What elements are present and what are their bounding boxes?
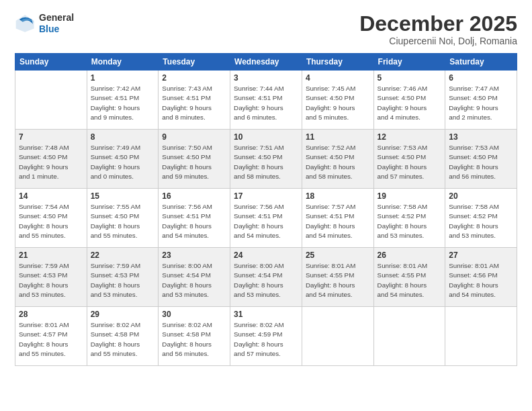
calendar-page: General Blue December 2025 Ciupercenii N… (0, 0, 532, 411)
day-info: Sunrise: 8:01 AMSunset: 4:55 PMDaylight:… (306, 261, 370, 300)
day-info: Sunrise: 8:01 AMSunset: 4:57 PMDaylight:… (19, 320, 83, 359)
logo: General Blue (15, 12, 74, 35)
location-subtitle: Ciupercenii Noi, Dolj, Romania (359, 36, 517, 46)
day-info: Sunrise: 7:57 AMSunset: 4:51 PMDaylight:… (306, 202, 370, 240)
day-info: Sunrise: 7:44 AMSunset: 4:51 PMDaylight:… (234, 84, 298, 122)
day-number: 1 (91, 73, 155, 83)
calendar-cell: 29Sunrise: 8:02 AMSunset: 4:58 PMDayligh… (87, 307, 159, 366)
day-info: Sunrise: 8:00 AMSunset: 4:54 PMDaylight:… (162, 261, 226, 300)
day-info: Sunrise: 7:58 AMSunset: 4:52 PMDaylight:… (378, 202, 442, 240)
day-number: 10 (234, 132, 298, 142)
week-row-5: 28Sunrise: 8:01 AMSunset: 4:57 PMDayligh… (15, 307, 517, 366)
day-number: 17 (234, 191, 298, 201)
day-number: 6 (449, 73, 513, 83)
day-number: 31 (234, 310, 298, 319)
calendar-cell: 7Sunrise: 7:48 AMSunset: 4:50 PMDaylight… (15, 130, 87, 189)
day-info: Sunrise: 7:52 AMSunset: 4:50 PMDaylight:… (306, 143, 370, 181)
day-number: 16 (162, 191, 226, 201)
day-number: 19 (378, 191, 442, 201)
weekday-header-row: SundayMondayTuesdayWednesdayThursdayFrid… (15, 54, 517, 71)
weekday-header-tuesday: Tuesday (159, 54, 230, 71)
day-number: 21 (19, 250, 83, 260)
calendar-cell: 12Sunrise: 7:53 AMSunset: 4:50 PMDayligh… (373, 130, 445, 189)
logo-icon (15, 13, 36, 34)
calendar-cell (445, 307, 517, 366)
day-number: 24 (234, 250, 298, 260)
day-number: 20 (449, 191, 513, 201)
calendar-cell: 21Sunrise: 7:59 AMSunset: 4:53 PMDayligh… (15, 248, 87, 307)
day-info: Sunrise: 7:42 AMSunset: 4:51 PMDaylight:… (91, 84, 155, 122)
weekday-header-sunday: Sunday (15, 54, 87, 71)
day-number: 22 (91, 250, 155, 260)
calendar-cell: 13Sunrise: 7:53 AMSunset: 4:50 PMDayligh… (445, 130, 517, 189)
header: General Blue December 2025 Ciupercenii N… (15, 12, 517, 46)
calendar-cell: 17Sunrise: 7:56 AMSunset: 4:51 PMDayligh… (230, 189, 302, 248)
day-number: 29 (91, 310, 155, 319)
day-info: Sunrise: 8:02 AMSunset: 4:58 PMDaylight:… (162, 320, 226, 359)
calendar-cell: 2Sunrise: 7:43 AMSunset: 4:51 PMDaylight… (159, 71, 230, 130)
day-info: Sunrise: 7:50 AMSunset: 4:50 PMDaylight:… (162, 143, 226, 181)
day-info: Sunrise: 7:45 AMSunset: 4:50 PMDaylight:… (306, 84, 370, 122)
day-info: Sunrise: 7:54 AMSunset: 4:50 PMDaylight:… (19, 202, 83, 240)
day-number: 28 (19, 310, 83, 319)
calendar-cell: 26Sunrise: 8:01 AMSunset: 4:55 PMDayligh… (373, 248, 445, 307)
calendar-table: SundayMondayTuesdayWednesdayThursdayFrid… (15, 53, 517, 366)
week-row-4: 21Sunrise: 7:59 AMSunset: 4:53 PMDayligh… (15, 248, 517, 307)
calendar-cell (373, 307, 445, 366)
calendar-cell (15, 71, 87, 130)
calendar-cell: 11Sunrise: 7:52 AMSunset: 4:50 PMDayligh… (302, 130, 373, 189)
calendar-cell: 8Sunrise: 7:49 AMSunset: 4:50 PMDaylight… (87, 130, 159, 189)
weekday-header-thursday: Thursday (302, 54, 373, 71)
day-number: 2 (162, 73, 226, 83)
calendar-cell: 20Sunrise: 7:58 AMSunset: 4:52 PMDayligh… (445, 189, 517, 248)
day-number: 3 (234, 73, 298, 83)
day-number: 9 (162, 132, 226, 142)
calendar-cell: 15Sunrise: 7:55 AMSunset: 4:50 PMDayligh… (87, 189, 159, 248)
day-info: Sunrise: 7:51 AMSunset: 4:50 PMDaylight:… (234, 143, 298, 181)
weekday-header-wednesday: Wednesday (230, 54, 302, 71)
day-info: Sunrise: 7:53 AMSunset: 4:50 PMDaylight:… (378, 143, 442, 181)
day-number: 14 (19, 191, 83, 201)
calendar-cell: 19Sunrise: 7:58 AMSunset: 4:52 PMDayligh… (373, 189, 445, 248)
day-number: 18 (306, 191, 370, 201)
calendar-cell: 25Sunrise: 8:01 AMSunset: 4:55 PMDayligh… (302, 248, 373, 307)
calendar-cell: 18Sunrise: 7:57 AMSunset: 4:51 PMDayligh… (302, 189, 373, 248)
weekday-header-saturday: Saturday (445, 54, 517, 71)
calendar-cell: 5Sunrise: 7:46 AMSunset: 4:50 PMDaylight… (373, 71, 445, 130)
calendar-cell: 6Sunrise: 7:47 AMSunset: 4:50 PMDaylight… (445, 71, 517, 130)
calendar-cell: 27Sunrise: 8:01 AMSunset: 4:56 PMDayligh… (445, 248, 517, 307)
calendar-cell: 4Sunrise: 7:45 AMSunset: 4:50 PMDaylight… (302, 71, 373, 130)
calendar-cell: 3Sunrise: 7:44 AMSunset: 4:51 PMDaylight… (230, 71, 302, 130)
calendar-cell: 22Sunrise: 7:59 AMSunset: 4:53 PMDayligh… (87, 248, 159, 307)
calendar-cell: 24Sunrise: 8:00 AMSunset: 4:54 PMDayligh… (230, 248, 302, 307)
day-number: 25 (306, 250, 370, 260)
day-number: 23 (162, 250, 226, 260)
day-number: 13 (449, 132, 513, 142)
calendar-cell: 30Sunrise: 8:02 AMSunset: 4:58 PMDayligh… (159, 307, 230, 366)
day-info: Sunrise: 7:48 AMSunset: 4:50 PMDaylight:… (19, 143, 83, 181)
day-number: 7 (19, 132, 83, 142)
day-info: Sunrise: 8:02 AMSunset: 4:58 PMDaylight:… (91, 320, 155, 359)
day-number: 11 (306, 132, 370, 142)
day-info: Sunrise: 7:47 AMSunset: 4:50 PMDaylight:… (449, 84, 513, 122)
day-info: Sunrise: 7:53 AMSunset: 4:50 PMDaylight:… (449, 143, 513, 181)
day-number: 12 (378, 132, 442, 142)
day-info: Sunrise: 7:59 AMSunset: 4:53 PMDaylight:… (19, 261, 83, 300)
day-number: 4 (306, 73, 370, 83)
day-number: 5 (378, 73, 442, 83)
day-info: Sunrise: 7:49 AMSunset: 4:50 PMDaylight:… (91, 143, 155, 181)
day-number: 15 (91, 191, 155, 201)
calendar-cell: 16Sunrise: 7:56 AMSunset: 4:51 PMDayligh… (159, 189, 230, 248)
day-info: Sunrise: 7:56 AMSunset: 4:51 PMDaylight:… (234, 202, 298, 240)
weekday-header-friday: Friday (373, 54, 445, 71)
day-number: 27 (449, 250, 513, 260)
title-block: December 2025 Ciupercenii Noi, Dolj, Rom… (359, 12, 517, 46)
calendar-cell: 14Sunrise: 7:54 AMSunset: 4:50 PMDayligh… (15, 189, 87, 248)
week-row-1: 1Sunrise: 7:42 AMSunset: 4:51 PMDaylight… (15, 71, 517, 130)
calendar-cell (302, 307, 373, 366)
calendar-cell: 31Sunrise: 8:02 AMSunset: 4:59 PMDayligh… (230, 307, 302, 366)
calendar-cell: 10Sunrise: 7:51 AMSunset: 4:50 PMDayligh… (230, 130, 302, 189)
day-info: Sunrise: 7:55 AMSunset: 4:50 PMDaylight:… (91, 202, 155, 240)
logo-text: General Blue (39, 12, 74, 35)
month-title: December 2025 (359, 12, 517, 36)
